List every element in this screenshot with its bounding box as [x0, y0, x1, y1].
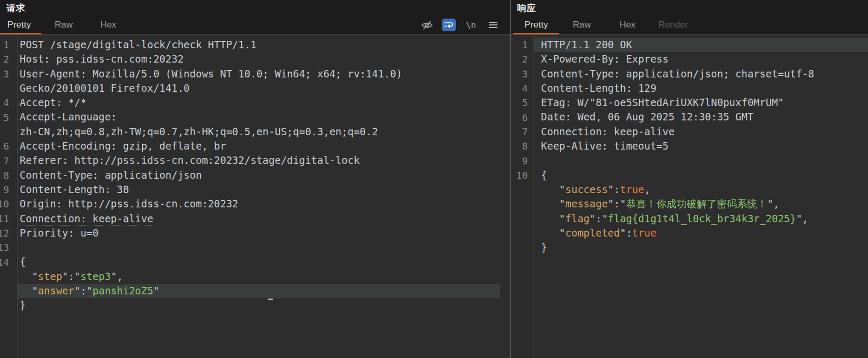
code-line: 9Content-Length: 38	[0, 182, 510, 197]
word-wrap-icon[interactable]	[442, 19, 456, 31]
tab-hex[interactable]: Hex	[86, 16, 131, 34]
line-number: 10	[0, 197, 18, 211]
code-text[interactable]	[18, 240, 500, 255]
code-text[interactable]: Accept-Language:	[18, 110, 500, 124]
request-toolbar: \n	[419, 16, 501, 34]
code-line: 3User-Agent: Mozilla/5.0 (Windows NT 10.…	[0, 67, 510, 81]
code-text[interactable]: }	[18, 298, 500, 312]
code-text[interactable]: Host: pss.idss-cn.com:20232	[18, 52, 500, 66]
code-text: ETag: W/"81-oe5SHtedAriUXK7lN0puxf0MrUM"	[534, 95, 868, 110]
code-text: "flag":"flag{d1g1t4l_l0ck_br34k3r_2025}"…	[534, 212, 868, 226]
line-number	[0, 269, 18, 284]
response-header: 响应	[511, 0, 868, 16]
code-text[interactable]: Gecko/20100101 Firefox/141.0	[18, 81, 500, 95]
code-line: "step":"step3",	[0, 269, 510, 284]
code-text: Connection: keep-alive	[534, 125, 868, 139]
code-line: 6Date: Wed, 06 Aug 2025 12:30:35 GMT	[511, 110, 868, 124]
code-text[interactable]: Origin: http://pss.idss-cn.com:20232	[18, 197, 500, 211]
line-number	[511, 182, 534, 197]
line-number: 5	[0, 110, 18, 124]
code-text: }	[534, 240, 868, 255]
line-number: 1	[0, 38, 18, 52]
response-viewer: 1HTTP/1.1 200 OK2X-Powered-By: Express3C…	[511, 34, 868, 358]
line-number: 6	[0, 139, 18, 153]
code-line: }	[511, 240, 868, 255]
menu-icon[interactable]	[486, 18, 501, 32]
code-line: 1POST /stage/digital-lock/check HTTP/1.1	[0, 38, 510, 52]
code-line: 5ETag: W/"81-oe5SHtedAriUXK7lN0puxf0MrUM…	[511, 95, 868, 110]
tab-raw[interactable]: Raw	[41, 16, 86, 34]
code-line: 11Connection: keep-alive	[0, 212, 510, 226]
code-line: 2Host: pss.idss-cn.com:20232	[0, 52, 510, 66]
code-line: 9	[511, 153, 868, 168]
code-line: zh-CN,zh;q=0.8,zh-TW;q=0.7,zh-HK;q=0.5,e…	[0, 125, 510, 139]
line-number: 6	[511, 110, 534, 124]
request-title: 请求	[6, 2, 25, 14]
code-line: 13	[0, 240, 510, 255]
code-text: {	[534, 168, 868, 182]
code-text: "success":true,	[534, 182, 868, 197]
code-text: Content-Length: 129	[534, 81, 868, 95]
code-text: Date: Wed, 06 Aug 2025 12:30:35 GMT	[534, 110, 868, 124]
request-panel: 请求 PrettyRawHex	[0, 0, 511, 358]
code-line: Gecko/20100101 Firefox/141.0	[0, 81, 510, 95]
code-text: HTTP/1.1 200 OK	[534, 38, 868, 52]
line-number: 11	[0, 212, 18, 226]
code-text[interactable]: Connection: keep-alive	[18, 212, 500, 226]
response-panel: 响应 PrettyRawHexRender 1HTTP/1.1 200 OK2X…	[511, 0, 868, 358]
request-tabbar: PrettyRawHex \n	[0, 16, 510, 34]
line-number: 8	[0, 168, 18, 182]
line-number: 3	[0, 67, 18, 81]
code-text[interactable]: {	[18, 255, 500, 269]
code-text[interactable]: "step":"step3",	[18, 269, 500, 284]
code-line: }	[0, 298, 510, 312]
code-text[interactable]: User-Agent: Mozilla/5.0 (Windows NT 10.0…	[18, 67, 500, 81]
line-number	[511, 197, 534, 211]
newline-icon[interactable]: \n	[463, 18, 478, 32]
line-number: 4	[511, 81, 534, 95]
code-line: 14{	[0, 255, 510, 269]
code-line: 4Content-Length: 129	[511, 81, 868, 95]
code-text[interactable]: Priority: u=0	[18, 226, 500, 240]
request-editor[interactable]: 1POST /stage/digital-lock/check HTTP/1.1…	[0, 34, 510, 358]
code-text[interactable]: Referer: http://pss.idss-cn.com:20232/st…	[18, 153, 500, 168]
code-line: "success":true,	[511, 182, 868, 197]
hide-matching-eye-icon[interactable]	[419, 18, 434, 32]
line-number	[511, 212, 534, 226]
code-line: 7Connection: keep-alive	[511, 125, 868, 139]
code-line: 8Keep-Alive: timeout=5	[511, 139, 868, 153]
code-line: 8Content-Type: application/json	[0, 168, 510, 182]
code-text[interactable]: Content-Length: 38	[18, 182, 500, 197]
code-text[interactable]: Accept: */*	[18, 95, 500, 110]
response-title: 响应	[517, 2, 536, 14]
line-number: 5	[511, 95, 534, 110]
text-cursor	[268, 299, 273, 300]
code-line: 6Accept-Encoding: gzip, deflate, br	[0, 139, 510, 153]
tab-raw[interactable]: Raw	[559, 16, 605, 34]
line-number: 9	[511, 153, 534, 168]
line-number: 2	[511, 52, 534, 66]
code-line: 10Origin: http://pss.idss-cn.com:20232	[0, 197, 510, 211]
code-text[interactable]: Accept-Encoding: gzip, deflate, br	[18, 139, 500, 153]
request-header: 请求	[0, 0, 510, 16]
code-line: 5Accept-Language:	[0, 110, 510, 124]
code-text[interactable]: Content-Type: application/json	[18, 168, 500, 182]
code-line: 7Referer: http://pss.idss-cn.com:20232/s…	[0, 153, 510, 168]
code-text[interactable]: POST /stage/digital-lock/check HTTP/1.1	[18, 38, 500, 52]
code-line: "flag":"flag{d1g1t4l_l0ck_br34k3r_2025}"…	[511, 212, 868, 226]
line-number: 1	[511, 38, 534, 52]
tab-hex[interactable]: Hex	[605, 16, 650, 34]
code-line: 2X-Powered-By: Express	[511, 52, 868, 66]
line-number: 10	[511, 168, 534, 182]
tab-pretty[interactable]: Pretty	[0, 16, 41, 34]
line-number	[511, 226, 534, 240]
code-line: "message":"恭喜！你成功破解了密码系统！",	[511, 197, 868, 211]
line-number: 7	[0, 153, 18, 168]
code-text: Content-Type: application/json; charset=…	[534, 67, 868, 81]
line-number	[0, 125, 18, 139]
line-number: 7	[511, 125, 534, 139]
code-text: X-Powered-By: Express	[534, 52, 868, 66]
code-text[interactable]: "answer":"panshi2oZ5"	[18, 284, 500, 298]
code-text[interactable]: zh-CN,zh;q=0.8,zh-TW;q=0.7,zh-HK;q=0.5,e…	[18, 125, 500, 139]
tab-pretty[interactable]: Pretty	[513, 16, 559, 34]
